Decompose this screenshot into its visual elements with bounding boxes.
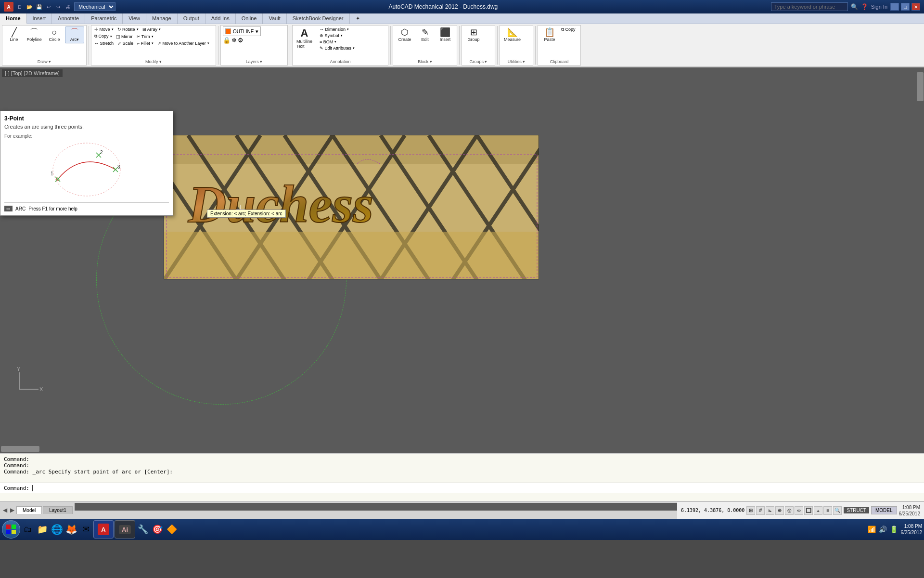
cmd-line-2: Command:: [4, 462, 920, 469]
redo-button[interactable]: ↪: [54, 3, 63, 11]
new-button[interactable]: 🗋: [15, 3, 24, 11]
multiline-text-button[interactable]: A MultilineText: [295, 26, 314, 50]
ortho-toggle[interactable]: ⊾: [766, 506, 774, 515]
copy-button[interactable]: ⧉ Copy ▾: [93, 33, 113, 39]
model-space-indicator[interactable]: MODEL: [871, 506, 897, 514]
osnap-toggle[interactable]: ◎: [785, 506, 794, 515]
tab-manage[interactable]: Manage: [146, 13, 178, 24]
tab-insert[interactable]: Insert: [27, 13, 52, 24]
horizontal-scrollbar-thumb[interactable]: [1, 446, 39, 452]
vertical-scrollbar-thumb[interactable]: [917, 72, 924, 101]
help-icon[interactable]: ❓: [861, 3, 868, 10]
tab-output[interactable]: Output: [178, 13, 205, 24]
modify-buttons: ✛ Move ▾ ↻ Rotate ▾ ⊞ Array ▾ ⧉ Copy ▾ ◫…: [93, 26, 214, 56]
search-icon[interactable]: 🔍: [851, 3, 858, 10]
app-icon: A: [4, 2, 13, 12]
taskbar-chrome[interactable]: 🌐: [50, 523, 64, 536]
trim-button[interactable]: ✂ Trim ▾: [136, 34, 154, 39]
circle-icon: ○: [52, 28, 57, 37]
tab-online[interactable]: Online: [236, 13, 263, 24]
layer-selector[interactable]: OUTLINE ▾: [223, 26, 261, 36]
circle-button[interactable]: ○ Circle: [45, 26, 64, 43]
groups-content: ⊞ Group: [464, 26, 493, 56]
fillet-button[interactable]: ⌐ Fillet ▾: [136, 40, 154, 46]
grid-toggle[interactable]: #: [756, 506, 765, 515]
stretch-button[interactable]: ↔ Stretch: [93, 40, 115, 46]
layer-freeze-icon[interactable]: ❄: [231, 37, 237, 43]
line-button[interactable]: ╱ Line: [4, 26, 24, 43]
tab-annotate[interactable]: Annotate: [52, 13, 85, 24]
tab-model[interactable]: Model: [16, 506, 42, 514]
layer-settings-icon[interactable]: ⚙: [238, 37, 244, 43]
tab-addins[interactable]: Add-Ins: [205, 13, 236, 24]
mirror-button[interactable]: ◫ Mirror: [115, 34, 134, 39]
otrack-toggle[interactable]: ∞: [795, 506, 803, 515]
workspace-dropdown[interactable]: Mechanical: [74, 2, 116, 11]
sep1: [89, 26, 89, 65]
tab-prev-button[interactable]: ◀: [2, 507, 8, 513]
taskbar-firefox[interactable]: 🦊: [64, 523, 78, 536]
ducs-toggle[interactable]: 🔲: [804, 506, 813, 515]
tab-parametric[interactable]: Parametric: [85, 13, 123, 24]
save-button[interactable]: 💾: [35, 3, 43, 11]
tab-view[interactable]: View: [123, 13, 146, 24]
search-input[interactable]: [771, 2, 848, 11]
close-button[interactable]: ✕: [911, 3, 920, 11]
layer-state-icon[interactable]: 🔒: [223, 37, 231, 43]
taskbar-autocad[interactable]: A: [93, 520, 114, 539]
lw-toggle[interactable]: ≡: [823, 506, 832, 515]
arc-button[interactable]: ⌒ Arc▾: [65, 26, 84, 43]
move-to-layer-button[interactable]: ↗ Move to Another Layer ▾: [156, 40, 210, 46]
undo-button[interactable]: ↩: [44, 3, 53, 11]
tab-extra[interactable]: ✦: [350, 13, 366, 24]
tray-battery[interactable]: 🔋: [890, 525, 898, 533]
taskbar-illustrator[interactable]: Ai: [115, 520, 135, 539]
tab-sketchbook[interactable]: SketchBook Designer: [287, 13, 350, 24]
symbol-button[interactable]: ⊕ Symbol ▾: [319, 33, 356, 39]
horizontal-scrollbar[interactable]: [0, 445, 916, 453]
taskbar-folder[interactable]: 📁: [36, 523, 49, 536]
tab-vault[interactable]: Vault: [263, 13, 286, 24]
edit-attributes-button[interactable]: ✎ Edit Attributes ▾: [319, 45, 356, 51]
annotation-label: Annotation: [293, 59, 388, 64]
taskbar-app1[interactable]: 🎯: [151, 523, 164, 536]
qp-toggle[interactable]: 🔍: [833, 506, 842, 515]
taskbar-settings[interactable]: 🔧: [136, 523, 150, 536]
taskbar-mail[interactable]: ✉: [79, 523, 92, 536]
restore-button[interactable]: □: [901, 3, 910, 11]
taskbar-app2[interactable]: 🔶: [165, 523, 179, 536]
polyline-button[interactable]: ⌒ Polyline: [25, 26, 44, 43]
tab-next-button[interactable]: ▶: [9, 507, 15, 513]
svg-text:2: 2: [100, 150, 103, 155]
start-button[interactable]: [2, 520, 20, 539]
signin-label[interactable]: Sign In: [871, 4, 887, 10]
insert-button[interactable]: ⬛ Insert: [436, 26, 455, 43]
rotate-button[interactable]: ↻ Rotate ▾: [116, 26, 140, 32]
copy-clipboard-button[interactable]: ⧉ Copy: [560, 26, 577, 33]
paste-button[interactable]: 📋 Paste: [540, 26, 559, 43]
group-button[interactable]: ⊞ Group: [464, 26, 483, 43]
array-button[interactable]: ⊞ Array ▾: [141, 26, 162, 32]
measure-button[interactable]: 📐 Measure: [502, 26, 523, 43]
scale-button[interactable]: ⤢ Scale: [116, 40, 134, 46]
snap-toggle[interactable]: ⊞: [746, 506, 755, 515]
command-input-area[interactable]: Command:: [0, 483, 924, 493]
taskbar: 🗂 📁 🌐 🦊 ✉ A Ai 🔧 🎯 🔶 📶 🔊 🔋 1:08 PM 6/25/…: [0, 519, 924, 540]
create-button[interactable]: ⬡ Create: [395, 26, 414, 43]
bom-button[interactable]: ≡ BOM ▾: [319, 39, 356, 45]
tray-network[interactable]: 📶: [868, 525, 876, 533]
dimension-button[interactable]: ↔ Dimension ▾: [319, 26, 356, 32]
open-button[interactable]: 📂: [25, 3, 34, 11]
tab-layout1[interactable]: Layout1: [43, 506, 73, 514]
tab-home[interactable]: Home: [0, 13, 27, 24]
vertical-scrollbar[interactable]: [916, 67, 924, 453]
tray-volume[interactable]: 🔊: [879, 525, 887, 533]
dyn-toggle[interactable]: ⟁: [814, 506, 822, 515]
move-button[interactable]: ✛ Move ▾: [93, 26, 115, 32]
minimize-button[interactable]: −: [890, 3, 899, 11]
edit-button[interactable]: ✎ Edit: [415, 26, 435, 43]
taskbar-explorer[interactable]: 🗂: [21, 523, 35, 536]
print-button[interactable]: 🖨: [64, 3, 72, 11]
polar-toggle[interactable]: ⊕: [775, 506, 784, 515]
group-utilities: 📐 Measure Utilities ▾: [500, 25, 533, 66]
